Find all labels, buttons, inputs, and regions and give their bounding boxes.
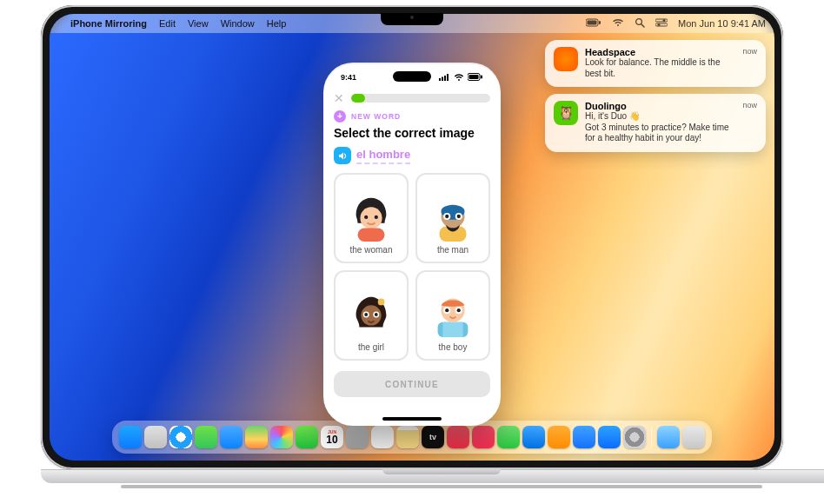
dock-maps[interactable] <box>245 426 268 448</box>
iphone-mirror-window[interactable]: 9:41 ✕ <box>323 63 501 426</box>
play-audio-button[interactable] <box>334 147 351 164</box>
dock-pages[interactable] <box>548 426 570 448</box>
notification-title: Duolingo <box>585 101 735 111</box>
close-lesson-icon[interactable]: ✕ <box>334 91 344 105</box>
svg-point-3 <box>636 19 642 25</box>
dock-launchpad[interactable] <box>144 426 167 448</box>
svg-rect-11 <box>444 76 446 81</box>
svg-point-27 <box>378 299 385 306</box>
woman-illustration-icon <box>346 191 396 242</box>
dock-iphone-mirroring[interactable] <box>573 426 595 448</box>
svg-rect-10 <box>442 76 443 81</box>
dock-trash[interactable] <box>682 426 705 448</box>
dock-safari[interactable] <box>169 426 192 448</box>
question-prompt: Select the correct image <box>334 126 490 140</box>
lesson-progress-bar <box>351 94 490 103</box>
laptop-camera-dot <box>410 16 414 19</box>
headspace-app-icon <box>554 47 578 71</box>
svg-point-25 <box>457 215 461 218</box>
iphone-clock: 9:41 <box>341 73 356 83</box>
macbook-frame: iPhone Mirroring Edit View Window Help <box>41 5 783 488</box>
menubar-item-view[interactable]: View <box>188 18 209 29</box>
dock-photos[interactable] <box>270 426 293 448</box>
wifi-icon <box>454 74 464 83</box>
svg-rect-5 <box>655 19 668 22</box>
dock-reminders[interactable] <box>371 426 394 448</box>
dock-contacts[interactable] <box>346 426 369 448</box>
svg-point-29 <box>364 313 368 316</box>
dock-appletv[interactable]: tv <box>422 426 444 448</box>
battery-icon <box>468 73 483 83</box>
wifi-icon[interactable] <box>612 18 624 29</box>
dock-keynote[interactable] <box>522 426 545 448</box>
answer-caption: the man <box>437 245 468 255</box>
dock-news[interactable] <box>472 426 495 448</box>
notification-time: now <box>742 47 757 79</box>
menubar-clock[interactable]: Mon Jun 10 9:41 AM <box>678 18 766 29</box>
answer-caption: the woman <box>350 245 393 255</box>
dock-music[interactable] <box>447 426 469 448</box>
svg-rect-19 <box>358 229 385 242</box>
dock-numbers[interactable] <box>497 426 520 448</box>
dock-downloads[interactable] <box>657 426 680 448</box>
menubar-app-name[interactable]: iPhone Mirroring <box>70 18 147 29</box>
duolingo-app-icon <box>554 101 578 125</box>
dock-mail[interactable] <box>220 426 243 448</box>
home-indicator[interactable] <box>382 417 442 421</box>
svg-rect-2 <box>599 21 601 24</box>
answer-card-boy[interactable]: the boy <box>415 270 490 361</box>
dock-facetime[interactable] <box>296 426 318 448</box>
notification-body: Look for balance. The middle is the best… <box>585 57 735 79</box>
svg-point-18 <box>375 216 378 219</box>
answer-caption: the boy <box>439 342 468 352</box>
svg-point-23 <box>445 215 449 218</box>
svg-rect-1 <box>588 21 597 25</box>
notification-headspace[interactable]: Headspace Look for balance. The middle i… <box>545 40 766 87</box>
svg-point-36 <box>445 308 449 312</box>
svg-point-6 <box>663 19 666 22</box>
dynamic-island <box>393 71 431 82</box>
dock-messages[interactable] <box>195 426 217 448</box>
notification-title: Headspace <box>585 47 735 57</box>
notification-stack: Headspace Look for balance. The middle i… <box>545 40 766 152</box>
girl-illustration-icon <box>346 288 396 339</box>
menubar-item-edit[interactable]: Edit <box>159 18 176 29</box>
answer-card-woman[interactable]: the woman <box>334 173 409 263</box>
answer-card-man[interactable]: the man <box>415 173 490 263</box>
dock-finder[interactable] <box>119 426 142 448</box>
appletv-label: tv <box>429 433 436 441</box>
answer-card-girl[interactable]: the girl <box>334 270 409 361</box>
svg-rect-12 <box>447 74 449 81</box>
svg-rect-9 <box>439 78 441 81</box>
svg-point-31 <box>375 313 378 316</box>
calendar-day: 10 <box>326 434 337 445</box>
notification-time: now <box>742 101 757 144</box>
control-center-icon[interactable] <box>655 18 668 29</box>
svg-rect-7 <box>655 23 668 26</box>
dock-notes[interactable] <box>396 426 419 448</box>
dock-settings[interactable] <box>623 426 646 448</box>
menubar-item-window[interactable]: Window <box>221 18 255 29</box>
svg-rect-14 <box>469 75 479 79</box>
svg-point-17 <box>364 216 368 219</box>
spotlight-icon[interactable] <box>635 17 645 30</box>
continue-button[interactable]: CONTINUE <box>334 371 490 397</box>
answer-caption: the girl <box>358 342 384 352</box>
notification-duolingo[interactable]: Duolingo Hi, it's Duo 👋 Got 3 minutes to… <box>545 94 766 152</box>
boy-illustration-icon <box>428 288 478 339</box>
dock-appstore[interactable] <box>598 426 621 448</box>
dock-separator <box>651 428 652 447</box>
svg-point-16 <box>360 207 382 229</box>
dock-calendar[interactable]: JUN 10 <box>321 426 343 448</box>
svg-point-38 <box>457 308 461 312</box>
man-illustration-icon <box>428 191 478 242</box>
cellular-icon <box>439 74 450 83</box>
new-word-label: NEW WORD <box>351 112 401 121</box>
target-word[interactable]: el hombre <box>356 148 410 164</box>
laptop-base <box>41 469 824 488</box>
svg-rect-15 <box>481 76 482 79</box>
new-word-badge-icon <box>334 110 346 123</box>
menubar-item-help[interactable]: Help <box>267 18 287 29</box>
svg-rect-33 <box>442 322 462 337</box>
battery-icon[interactable] <box>586 18 601 29</box>
